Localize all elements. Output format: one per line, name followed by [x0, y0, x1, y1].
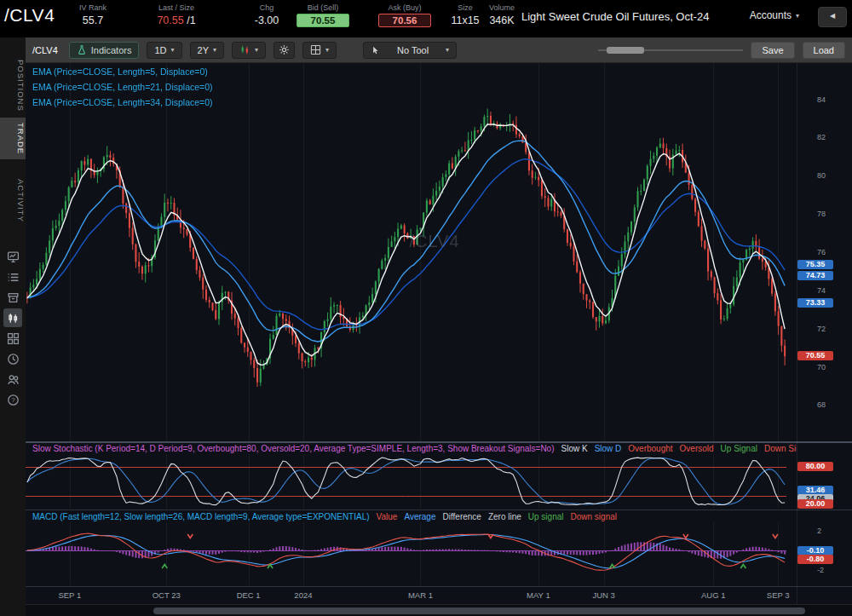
- accounts-dropdown[interactable]: Accounts▾: [750, 9, 799, 21]
- macd-axis-label: 2: [817, 527, 821, 535]
- stochastic-canvas[interactable]: [26, 454, 797, 509]
- legend-item: Slow K: [561, 444, 588, 453]
- size-field: Size 11x15: [446, 3, 484, 26]
- symbol-title: /CLV4: [4, 5, 55, 26]
- svg-text:?: ?: [11, 396, 15, 404]
- chevron-down-icon: ▾: [213, 46, 216, 54]
- range-dropdown[interactable]: 2Y▾: [190, 42, 224, 59]
- indicators-button[interactable]: Indicators: [69, 42, 140, 59]
- price-chart-canvas[interactable]: [26, 63, 797, 441]
- chart-type-dropdown[interactable]: ▾: [232, 42, 266, 59]
- legend-item: Down Signal: [764, 444, 797, 453]
- study-label-ema5[interactable]: EMA (Price=CLOSE, Length=5, Displace=0): [32, 66, 208, 77]
- chart-symbol-tab[interactable]: /CLV4: [32, 45, 58, 55]
- price-axis-label: 76: [817, 248, 826, 256]
- sidebar-watchlist-icon[interactable]: [3, 268, 22, 286]
- last-size-label: Last / Size: [143, 3, 210, 12]
- layout-dropdown[interactable]: ▾: [302, 42, 337, 59]
- axis-badge: 74.73: [797, 271, 833, 280]
- macd-axis-label: -2: [817, 566, 824, 574]
- sidebar-charts-icon[interactable]: [3, 308, 22, 327]
- chg-value: -3.00: [247, 14, 286, 26]
- legend-item: Slow D: [595, 444, 622, 453]
- candlestick-icon: [239, 44, 250, 55]
- price-axis-label: 84: [817, 95, 826, 104]
- study-label-macd[interactable]: MACD (Fast length=12, Slow length=26, MA…: [32, 512, 370, 521]
- price-axis-label: 70: [817, 363, 826, 371]
- sidebar-tab-activity[interactable]: ACTIVITY: [0, 174, 26, 227]
- price-axis-label: 82: [817, 133, 826, 141]
- ask-label: Ask (Buy): [378, 3, 431, 12]
- legend-item: Up signal: [528, 512, 564, 521]
- time-axis-label: AUG 1: [701, 590, 726, 600]
- axis-badge: 75.35: [797, 260, 833, 269]
- left-rail: POSITIONS TRADE ACTIVITY ?: [0, 37, 26, 616]
- trading-platform: /CLV4 IV Rank 55.7 Last / Size 70.55 /1 …: [0, 0, 852, 616]
- bid-button[interactable]: 70.55: [296, 14, 349, 27]
- pane-divider[interactable]: [26, 509, 852, 510]
- sidebar-tab-trade[interactable]: TRADE: [0, 118, 26, 159]
- chevron-down-icon: ▾: [446, 46, 449, 54]
- slider-thumb[interactable]: [607, 47, 644, 54]
- sidebar-history-icon[interactable]: [3, 349, 22, 368]
- chevron-left-icon: ◀: [830, 12, 835, 20]
- time-axis-label: SEP 3: [767, 590, 790, 600]
- price-axis-label: 72: [817, 325, 826, 333]
- legend-item: Value: [377, 512, 398, 521]
- chg-field: Chg -3.00: [247, 3, 286, 26]
- chevron-down-icon: ▾: [796, 12, 799, 20]
- timeframe-dropdown[interactable]: 1D▾: [147, 42, 181, 59]
- zoom-slider[interactable]: [598, 42, 743, 59]
- iv-rank-field: IV Rank 55.7: [72, 3, 114, 26]
- macd-canvas[interactable]: [26, 522, 797, 585]
- price-axis-label: 68: [817, 400, 826, 409]
- volume-label: Volume: [482, 3, 521, 12]
- gear-icon: [279, 44, 290, 55]
- sidebar-package-icon[interactable]: [3, 288, 22, 307]
- time-axis-label: MAR 1: [408, 590, 433, 600]
- study-label-stochastic[interactable]: Slow Stochastic (K Period=14, D Period=9…: [32, 444, 555, 453]
- study-label-ema21[interactable]: EMA (Price=CLOSE, Length=21, Displace=0): [32, 82, 213, 92]
- time-axis-label: MAY 1: [527, 590, 550, 600]
- legend-item: Down signal: [571, 512, 617, 521]
- time-axis-label: OCT 23: [153, 590, 181, 600]
- time-axis: SEP 1OCT 23DEC 12024MAR 1MAY 1JUN 3AUG 1…: [26, 587, 852, 603]
- sidebar-monitor-icon[interactable]: [3, 247, 22, 266]
- chevron-down-icon: ▾: [325, 46, 329, 54]
- ask-button[interactable]: 70.56: [378, 14, 431, 27]
- iv-rank-label: IV Rank: [72, 3, 114, 12]
- scrollbar-thumb[interactable]: [153, 607, 805, 614]
- sidebar-tab-positions[interactable]: POSITIONS: [0, 55, 26, 117]
- size-label: Size: [446, 3, 484, 12]
- sidebar-users-icon[interactable]: [3, 370, 22, 389]
- collapse-panel-button[interactable]: ◀: [818, 7, 847, 27]
- chart-settings-gear-button[interactable]: [273, 42, 295, 59]
- quote-header: /CLV4 IV Rank 55.7 Last / Size 70.55 /1 …: [0, 0, 852, 37]
- save-button[interactable]: Save: [751, 42, 794, 59]
- size-value: 11x15: [446, 14, 484, 26]
- axis-badge: 20.00: [797, 499, 833, 509]
- sidebar-apps-grid-icon[interactable]: [3, 329, 22, 348]
- sidebar-help-icon[interactable]: ?: [3, 390, 22, 409]
- cursor-icon: [371, 45, 380, 55]
- drawing-tool-dropdown[interactable]: No Tool ▾: [363, 42, 457, 59]
- legend-item: Oversold: [680, 444, 714, 453]
- last-price: 70.55: [157, 14, 183, 26]
- chart-scrollbar[interactable]: [26, 604, 852, 616]
- chevron-down-icon: ▾: [255, 46, 258, 54]
- axis-badge: -0.80: [797, 555, 833, 564]
- layout-grid-icon: [310, 44, 321, 55]
- legend-item: Up Signal: [721, 444, 757, 453]
- chart-toolbar: /CLV4 Indicators 1D▾ 2Y▾ ▾ ▾ No Tool ▾: [26, 37, 852, 63]
- flask-icon: [77, 44, 87, 55]
- price-axis: 84828078767472706875.3574.7373.3370.55: [797, 63, 852, 441]
- legend-item: Average: [404, 512, 435, 521]
- stochastic-axis: 80.0031.4624.0620.00: [797, 454, 852, 509]
- macd-axis: 20-2-0.10-0.80: [797, 522, 852, 585]
- load-button[interactable]: Load: [803, 42, 845, 59]
- volume-value: 346K: [482, 14, 521, 26]
- study-label-ema34[interactable]: EMA (Price=CLOSE, Length=34, Displace=0): [32, 97, 213, 107]
- price-axis-label: 74: [817, 286, 826, 295]
- symbol-watermark: /CLV4: [388, 232, 481, 251]
- time-axis-label: SEP 1: [58, 590, 81, 600]
